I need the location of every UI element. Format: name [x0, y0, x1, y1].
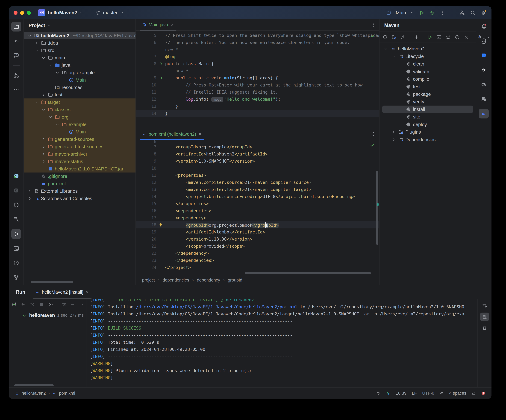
project-item-hellomaven2-1-0-snapshot-jar[interactable]: helloMaven2-1.0-SNAPSHOT.jar	[24, 165, 135, 173]
project-item-example[interactable]: example	[24, 121, 135, 128]
project-item-main[interactable]: CMain	[24, 76, 135, 84]
maven-item-plugins[interactable]: Plugins	[382, 128, 473, 136]
git-toolwindow-button[interactable]	[11, 272, 21, 282]
project-item-hellomaven2[interactable]: helloMaven2~/Desktop/CS/JavaEE/1 JavaW	[24, 32, 135, 39]
chevron-down-icon[interactable]	[34, 100, 39, 105]
maven-item-verify[interactable]: verify	[382, 98, 473, 106]
code-line-11[interactable]: 11// IntelliJ IDEA suggests fixing it.	[136, 89, 379, 96]
database-toolwindow-button[interactable]	[479, 36, 489, 46]
code-with-me-button[interactable]	[459, 10, 465, 16]
code-line-11[interactable]: 11<properties>	[136, 172, 379, 179]
code-line-23[interactable]: 23</dependencies>	[136, 257, 379, 264]
maven-item-test[interactable]: test	[382, 83, 473, 90]
rerun-failed-button[interactable]	[20, 302, 26, 307]
zoom-window-button[interactable]	[27, 11, 31, 15]
run-toolwindow-button[interactable]	[11, 229, 21, 239]
minimize-window-button[interactable]	[20, 11, 24, 15]
maven-run-button[interactable]	[427, 34, 433, 40]
maven-item-dependencies[interactable]: Dependencies	[382, 136, 473, 143]
inspections-ok-icon[interactable]	[370, 142, 375, 148]
code-line-16[interactable]: 16<dependencies>	[136, 207, 379, 214]
chevron-right-icon[interactable]	[34, 40, 39, 46]
chevron-down-icon[interactable]	[41, 55, 46, 60]
run-button[interactable]	[418, 10, 425, 16]
project-toolwindow-button[interactable]	[11, 22, 21, 32]
tab-main-java[interactable]: C Main.java	[139, 19, 177, 30]
maven-item-compile[interactable]: compile	[382, 75, 473, 83]
project-item-test[interactable]: test	[24, 91, 135, 98]
services-toolwindow-button[interactable]	[11, 200, 21, 210]
code-line-22[interactable]: 22</dependency>	[136, 250, 379, 257]
project-hscrollbar[interactable]	[31, 281, 73, 283]
breadcrumb-project[interactable]: project	[142, 278, 155, 283]
project-item-org-example[interactable]: org.example	[24, 69, 135, 76]
code-line-7[interactable]: 7@Log	[136, 53, 379, 60]
resume-button[interactable]	[30, 302, 35, 307]
chevron-right-icon[interactable]	[41, 151, 46, 157]
chevron-down-icon[interactable]	[48, 63, 53, 68]
project-item-maven-status[interactable]: maven-status	[24, 158, 135, 165]
stop-button[interactable]	[39, 302, 44, 307]
project-item-java[interactable]: java	[24, 61, 135, 69]
project-item-target[interactable]: target	[24, 98, 135, 106]
run-tree-node[interactable]: helloMaven 1 sec, 277 ms	[23, 313, 86, 318]
tab-pom-xml[interactable]: m pom.xml (helloMaven2)	[139, 129, 205, 140]
code-line-inlay[interactable]: new *	[136, 67, 379, 74]
project-item-pom-xml[interactable]: mpom.xml	[24, 180, 135, 187]
status-file[interactable]: pom.xml	[59, 391, 75, 396]
maven-item-validate[interactable]: validate	[382, 68, 473, 75]
code-line-6[interactable]: 6// then press Enter. You can now see wh…	[136, 39, 379, 46]
chevron-down-icon[interactable]	[34, 48, 39, 53]
copilot-status-icon[interactable]	[439, 391, 444, 395]
screenshot-button[interactable]	[61, 302, 67, 307]
chevron-down-icon[interactable]	[27, 33, 32, 38]
file-encoding[interactable]: UTF-8	[422, 391, 434, 396]
caret-position[interactable]: 18:39	[396, 391, 406, 396]
line-separator[interactable]: LF	[412, 391, 417, 396]
chevron-down-icon[interactable]	[47, 24, 50, 27]
code-line-18[interactable]: 18<groupId>org.projectlombok</groupId>	[136, 221, 379, 228]
settings-button[interactable]	[480, 10, 487, 16]
rerun-button[interactable]	[11, 302, 17, 307]
chevron-right-icon[interactable]	[27, 196, 32, 201]
project-item--gitignore[interactable]: .gitignore	[24, 173, 135, 180]
maven-add-button[interactable]	[414, 34, 419, 40]
pom-xml-editor[interactable]: 67<groupId>org.example</groupId>8<artifa…	[136, 140, 379, 275]
code-line-17[interactable]: 17<dependency>	[136, 214, 379, 221]
chevron-right-icon[interactable]	[41, 92, 46, 97]
close-icon[interactable]	[86, 290, 89, 294]
project-widget[interactable]: helloMaven2	[48, 10, 77, 16]
editor-options-button[interactable]	[371, 22, 376, 27]
error-indicator-icon[interactable]	[481, 391, 486, 395]
maven-mute-button[interactable]	[464, 34, 469, 40]
problems-toolwindow-button[interactable]	[11, 258, 21, 268]
code-line-21[interactable]: 21<scope>provided</scope>	[136, 243, 379, 250]
project-item-classes[interactable]: classes	[24, 106, 135, 113]
project-item-generated-test-sources[interactable]: generated-test-sources	[24, 143, 135, 150]
code-line-6[interactable]: 6	[136, 140, 379, 143]
editor-hscrollbar[interactable]	[245, 272, 371, 274]
debug-button[interactable]	[429, 10, 435, 16]
breadcrumb-dependencies[interactable]: dependencies	[163, 278, 189, 283]
maven-item-install[interactable]: install	[382, 106, 473, 113]
chat-toolwindow-button[interactable]	[479, 51, 489, 60]
chevron-down-icon[interactable]	[41, 107, 46, 112]
code-line-13[interactable]: 13}	[136, 103, 379, 110]
bookmarks-toolwindow-button[interactable]	[11, 186, 21, 195]
search-everywhere-button[interactable]	[470, 10, 476, 16]
code-line-14[interactable]: 14}	[136, 110, 379, 117]
close-window-button[interactable]	[13, 11, 18, 15]
code-line-9[interactable]: 9public static void main(String[] args) …	[136, 74, 379, 81]
inspections-ok-icon[interactable]	[370, 33, 375, 39]
main-java-editor[interactable]: 5// Press Shift twice to open the Search…	[136, 31, 379, 129]
code-line-13[interactable]: 13<maven.compiler.target>21</maven.compi…	[136, 186, 379, 193]
maven-execute-goal-button[interactable]	[436, 34, 442, 40]
project-item-org[interactable]: org	[24, 113, 135, 121]
chevron-down-icon[interactable]	[55, 70, 60, 75]
soft-wrap-button[interactable]	[480, 302, 489, 310]
branch-widget[interactable]: master	[103, 10, 118, 15]
code-line-14[interactable]: 14<project.build.sourceEncoding>UTF-8</p…	[136, 193, 379, 200]
lock-icon[interactable]	[472, 391, 476, 395]
commit-toolwindow-button[interactable]	[11, 36, 21, 46]
ai-assistant-button[interactable]: ?	[11, 51, 21, 60]
